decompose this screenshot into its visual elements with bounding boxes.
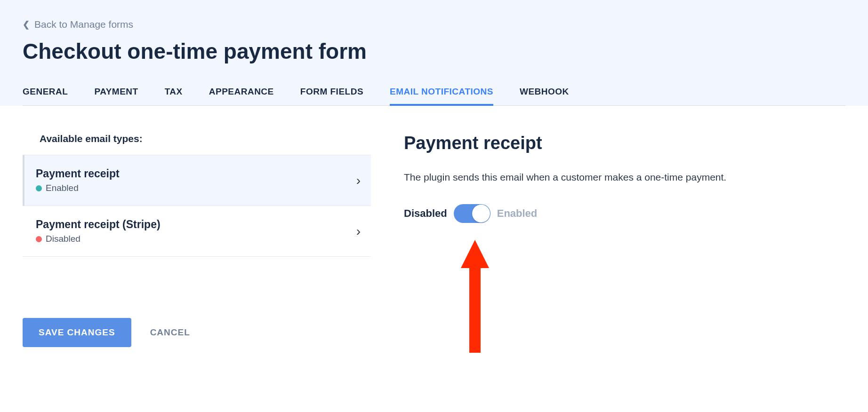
tab-webhook[interactable]: WEBHOOK	[520, 87, 569, 105]
tab-general[interactable]: GENERAL	[23, 87, 68, 105]
cancel-button[interactable]: CANCEL	[150, 327, 190, 338]
email-type-status-label: Enabled	[46, 183, 79, 193]
email-type-list: Payment receipt Enabled › Payment receip…	[23, 155, 371, 257]
back-link-label: Back to Manage forms	[34, 19, 133, 30]
detail-description: The plugin sends this email when a custo…	[404, 169, 845, 185]
chevron-right-icon: ›	[356, 173, 361, 188]
tab-email-notifications[interactable]: EMAIL NOTIFICATIONS	[390, 87, 493, 105]
chevron-left-icon: ❮	[23, 19, 30, 30]
tabs: GENERAL PAYMENT TAX APPEARANCE FORM FIEL…	[23, 87, 845, 106]
status-dot-icon	[36, 185, 42, 191]
email-type-item-payment-receipt[interactable]: Payment receipt Enabled ›	[23, 155, 371, 206]
email-type-title: Payment receipt (Stripe)	[36, 218, 161, 231]
section-label: Available email types:	[40, 133, 371, 144]
chevron-right-icon: ›	[356, 224, 361, 239]
enable-toggle[interactable]	[454, 204, 490, 223]
email-type-status-label: Disabled	[46, 234, 80, 244]
tab-payment[interactable]: PAYMENT	[94, 87, 138, 105]
toggle-knob-icon	[472, 205, 490, 222]
email-type-status: Enabled	[36, 183, 120, 193]
email-type-title: Payment receipt	[36, 167, 120, 180]
save-button[interactable]: SAVE CHANGES	[23, 318, 131, 347]
page-title: Checkout one-time payment form	[23, 39, 845, 64]
email-type-status: Disabled	[36, 234, 161, 244]
email-type-item-payment-receipt-stripe[interactable]: Payment receipt (Stripe) Disabled ›	[23, 206, 371, 257]
detail-title: Payment receipt	[404, 133, 845, 153]
status-dot-icon	[36, 236, 42, 242]
toggle-label-disabled: Disabled	[404, 207, 447, 220]
tab-tax[interactable]: TAX	[165, 87, 183, 105]
tab-form-fields[interactable]: FORM FIELDS	[300, 87, 363, 105]
enable-toggle-row: Disabled Enabled	[404, 204, 845, 223]
back-link[interactable]: ❮ Back to Manage forms	[23, 19, 133, 30]
tab-appearance[interactable]: APPEARANCE	[209, 87, 274, 105]
toggle-label-enabled: Enabled	[497, 207, 538, 220]
